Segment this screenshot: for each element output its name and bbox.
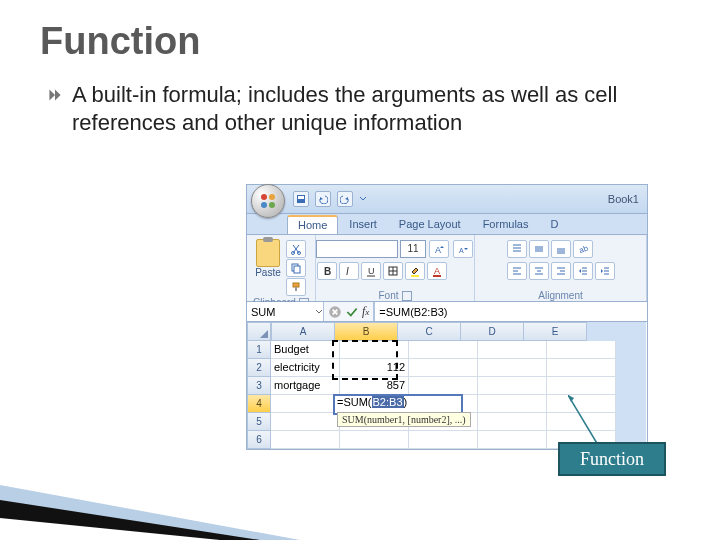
cell[interactable] [478,377,547,395]
increase-indent-icon[interactable] [595,262,615,280]
chevron-down-icon[interactable] [315,308,323,316]
bullet-text: A built-in formula; includes the argumen… [72,81,680,136]
italic-icon[interactable]: I [339,262,359,280]
callout-function: Function [558,442,666,476]
title-bar: Book1 [247,185,647,214]
formula-prefix: =SUM( [337,396,372,408]
format-painter-icon[interactable] [286,278,306,296]
group-clipboard: Paste Clipboard [247,235,316,301]
cell[interactable]: mortgage [271,377,340,395]
cell[interactable]: 857 [340,377,409,395]
cell[interactable] [271,395,340,413]
cell[interactable] [409,431,478,449]
cancel-icon[interactable] [328,305,342,319]
slide-title: Function [40,20,690,63]
underline-icon[interactable]: U [361,262,381,280]
formula-bar[interactable]: =SUM(B2:B3) [374,302,647,321]
row-header[interactable]: 5 [247,413,271,431]
cell[interactable] [409,359,478,377]
row-header[interactable]: 1 [247,341,271,359]
align-bottom-icon[interactable] [551,240,571,258]
font-size-selector[interactable]: 11 [400,240,426,258]
tab-formulas[interactable]: Formulas [472,215,540,234]
decrease-indent-icon[interactable] [573,262,593,280]
row-header[interactable]: 3 [247,377,271,395]
formula-suffix: ) [404,396,408,408]
col-header[interactable]: D [461,322,524,341]
enter-icon[interactable] [345,305,359,319]
col-header[interactable]: A [271,322,335,341]
font-color-icon[interactable]: A [427,262,447,280]
svg-rect-9 [294,266,300,273]
cut-icon[interactable] [286,240,306,258]
name-box[interactable]: SUM [247,302,324,321]
align-left-icon[interactable] [507,262,527,280]
save-icon[interactable] [293,191,309,207]
chevron-down-icon[interactable] [359,194,367,204]
svg-rect-5 [298,196,304,199]
borders-icon[interactable] [383,262,403,280]
align-center-icon[interactable] [529,262,549,280]
svg-text:U: U [368,266,375,276]
svg-point-3 [269,202,275,208]
cell[interactable] [547,359,616,377]
group-font: 11 A A B I U A Font [316,235,475,301]
font-group-label: Font [378,290,398,301]
undo-icon[interactable] [315,191,331,207]
row-header[interactable]: 2 [247,359,271,377]
cell[interactable] [547,341,616,359]
increase-font-icon[interactable]: A [429,240,449,258]
cell[interactable] [547,413,616,431]
svg-text:ab: ab [577,243,588,255]
cell[interactable] [340,341,409,359]
col-header[interactable]: B [335,322,398,341]
tab-home[interactable]: Home [287,215,338,234]
cell[interactable] [478,395,547,413]
tab-page-layout[interactable]: Page Layout [388,215,472,234]
align-right-icon[interactable] [551,262,571,280]
cell[interactable] [478,359,547,377]
cell[interactable] [478,413,547,431]
col-header[interactable]: C [398,322,461,341]
worksheet: 1 2 3 4 5 6 A B C D E Budget elec [247,322,647,449]
svg-point-0 [261,194,267,200]
cell[interactable] [547,377,616,395]
cell[interactable] [271,413,340,431]
cell[interactable] [409,377,478,395]
bullet-icon [48,88,62,102]
align-top-icon[interactable] [507,240,527,258]
align-middle-icon[interactable] [529,240,549,258]
office-button[interactable] [251,184,285,218]
paste-button[interactable]: Paste [255,239,281,278]
cell[interactable] [340,431,409,449]
formula-bar-row: SUM fx =SUM(B2:B3) [247,302,647,322]
dialog-launcher-icon[interactable] [402,291,412,301]
cell[interactable] [478,431,547,449]
orientation-icon[interactable]: ab [573,240,593,258]
svg-rect-21 [411,275,419,277]
decrease-font-icon[interactable]: A [453,240,473,258]
copy-icon[interactable] [286,259,306,277]
quick-access-toolbar [293,191,367,207]
svg-rect-10 [293,283,299,287]
select-all-corner[interactable] [247,322,271,341]
col-header[interactable]: E [524,322,587,341]
bold-icon[interactable]: B [317,262,337,280]
font-family-selector[interactable] [316,240,398,258]
cell[interactable]: Budget [271,341,340,359]
row-header[interactable]: 4 [247,395,271,413]
formula-range-ref: B2:B3 [372,396,404,408]
cell[interactable] [478,341,547,359]
svg-point-2 [261,202,267,208]
paste-icon [256,239,280,267]
cell[interactable] [547,395,616,413]
cell[interactable] [409,341,478,359]
fill-color-icon[interactable] [405,262,425,280]
fx-icon[interactable]: fx [362,304,369,319]
cell[interactable]: 112 [340,359,409,377]
redo-icon[interactable] [337,191,353,207]
svg-text:I: I [346,266,349,277]
cell[interactable]: electricity [271,359,340,377]
tab-next[interactable]: D [539,215,569,234]
tab-insert[interactable]: Insert [338,215,388,234]
